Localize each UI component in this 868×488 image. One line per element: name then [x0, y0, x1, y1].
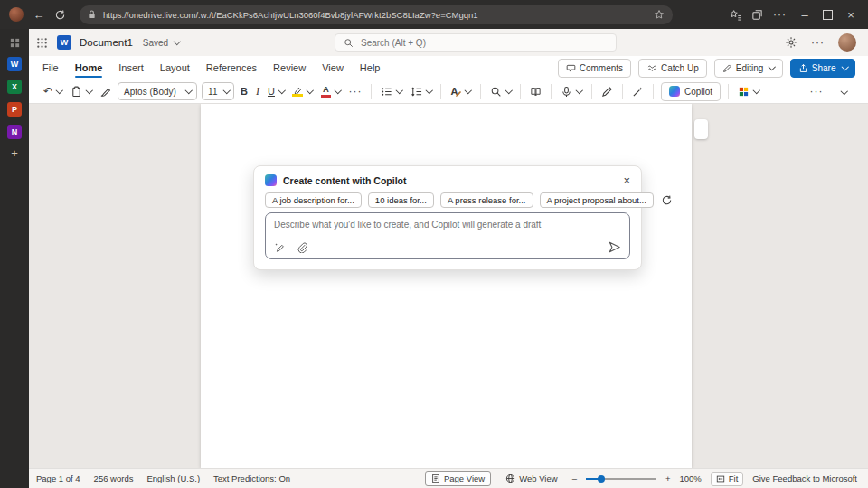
- user-avatar[interactable]: [838, 33, 856, 52]
- minimize-button[interactable]: –: [797, 9, 813, 21]
- menu-review[interactable]: Review: [265, 56, 314, 80]
- document-title[interactable]: Document1: [80, 37, 133, 48]
- divider: [520, 84, 521, 99]
- chevron-down-icon: [396, 87, 403, 94]
- collapsed-comment-card[interactable]: [694, 119, 708, 139]
- save-status[interactable]: Saved: [143, 38, 180, 48]
- rewrite-button[interactable]: [630, 81, 646, 101]
- chip-project-proposal[interactable]: A project proposal about...: [540, 192, 654, 208]
- chip-job-description[interactable]: A job description for...: [265, 192, 362, 208]
- menu-insert[interactable]: Insert: [110, 56, 152, 80]
- search-field[interactable]: [359, 37, 608, 49]
- bullets-button[interactable]: [379, 81, 404, 101]
- document-page[interactable]: [201, 104, 692, 468]
- copilot-button[interactable]: Copilot: [661, 82, 721, 101]
- add-ins-grid-icon: [738, 86, 750, 98]
- add-app-button[interactable]: +: [11, 147, 18, 159]
- immersive-reader-button[interactable]: [528, 81, 543, 101]
- back-icon[interactable]: ←: [31, 9, 47, 21]
- italic-button[interactable]: I: [254, 81, 261, 101]
- catch-up-button[interactable]: Catch Up: [638, 59, 707, 78]
- zoom-level[interactable]: 100%: [679, 474, 701, 483]
- chip-press-release[interactable]: A press release for...: [440, 192, 533, 208]
- url-input[interactable]: [101, 9, 648, 21]
- font-size-select[interactable]: 11: [202, 82, 234, 100]
- rail-onenote-icon[interactable]: N: [7, 125, 22, 139]
- underline-button[interactable]: U: [266, 81, 286, 101]
- maximize-button[interactable]: [823, 10, 833, 20]
- close-button[interactable]: ×: [843, 9, 859, 21]
- page-count[interactable]: Page 1 of 4: [36, 474, 80, 483]
- collections-icon[interactable]: [751, 9, 763, 21]
- comments-button[interactable]: Comments: [558, 59, 631, 78]
- chevron-down-icon: [278, 87, 286, 94]
- paste-button[interactable]: [69, 81, 94, 101]
- word-logo-icon[interactable]: W: [57, 35, 71, 50]
- search-input[interactable]: [335, 33, 617, 52]
- page-view-button[interactable]: Page View: [425, 471, 491, 486]
- word-count[interactable]: 256 words: [94, 474, 134, 483]
- zoom-in-button[interactable]: +: [665, 474, 671, 483]
- line-spacing-button[interactable]: [409, 81, 434, 101]
- refresh-icon[interactable]: [54, 9, 71, 21]
- undo-button[interactable]: ↶: [42, 81, 64, 101]
- page-view-icon: [431, 474, 440, 483]
- styles-button[interactable]: A: [448, 81, 472, 101]
- rail-powerpoint-icon[interactable]: P: [7, 102, 22, 117]
- zoom-slider[interactable]: [586, 474, 656, 483]
- waffle-icon[interactable]: [36, 37, 48, 49]
- font-more-options-icon[interactable]: ···: [346, 81, 363, 101]
- share-button[interactable]: Share: [790, 59, 855, 78]
- format-painter-button[interactable]: [98, 81, 113, 101]
- menu-home[interactable]: Home: [67, 56, 111, 80]
- language-indicator[interactable]: English (U.S.): [146, 474, 200, 483]
- editing-mode-button[interactable]: Editing: [714, 59, 783, 78]
- header-more-icon[interactable]: ···: [811, 37, 825, 48]
- font-color-button[interactable]: A: [319, 81, 343, 101]
- chip-ideas[interactable]: 10 ideas for...: [368, 192, 434, 208]
- dictate-button[interactable]: [559, 81, 584, 101]
- menu-help[interactable]: Help: [352, 56, 389, 80]
- copilot-prompt-input[interactable]: [274, 220, 621, 239]
- feedback-link[interactable]: Give Feedback to Microsoft: [752, 474, 857, 483]
- menu-references[interactable]: References: [198, 56, 265, 80]
- divider: [480, 84, 481, 99]
- paperclip-icon[interactable]: [297, 242, 307, 253]
- menu-layout[interactable]: Layout: [152, 56, 198, 80]
- menu-file[interactable]: File: [34, 56, 67, 80]
- chevron-down-icon: [753, 87, 760, 94]
- pen-sparkle-icon[interactable]: [274, 242, 285, 253]
- prompt-toolbar: [274, 242, 307, 253]
- favorites-icon[interactable]: [730, 9, 741, 21]
- send-icon[interactable]: [608, 240, 621, 254]
- favorite-star-icon[interactable]: [654, 9, 665, 20]
- browser-titlebar: ← ··· – ×: [0, 0, 868, 29]
- text-predictions-toggle[interactable]: Text Predictions: On: [213, 474, 290, 483]
- find-button[interactable]: [488, 81, 514, 101]
- font-name-select[interactable]: Aptos (Body): [118, 82, 197, 100]
- editor-button[interactable]: [599, 81, 615, 101]
- close-icon[interactable]: ×: [623, 174, 630, 186]
- microphone-icon: [561, 86, 572, 98]
- rail-excel-icon[interactable]: X: [7, 80, 22, 94]
- menu-view[interactable]: View: [314, 56, 352, 80]
- gear-icon[interactable]: [785, 36, 797, 49]
- fit-button[interactable]: Fit: [711, 472, 744, 486]
- browser-more-icon[interactable]: ···: [773, 9, 787, 20]
- bold-button[interactable]: B: [239, 81, 250, 101]
- rail-word-icon[interactable]: W: [7, 57, 22, 71]
- refresh-suggestions-icon[interactable]: [661, 194, 673, 206]
- browser-profile-avatar[interactable]: [9, 7, 24, 22]
- highlight-color-button[interactable]: [290, 81, 315, 101]
- slider-thumb[interactable]: [598, 475, 605, 483]
- address-bar[interactable]: [80, 5, 673, 24]
- web-view-button[interactable]: Web View: [500, 471, 562, 486]
- chevron-down-icon: [184, 87, 192, 94]
- ribbon-more-icon[interactable]: ···: [810, 86, 824, 97]
- add-ins-button[interactable]: [736, 81, 761, 101]
- zoom-out-button[interactable]: –: [572, 474, 577, 483]
- editing-label: Editing: [736, 63, 764, 73]
- apps-icon[interactable]: [9, 37, 21, 49]
- collapse-ribbon-icon[interactable]: [840, 88, 847, 95]
- copilot-prompt-box[interactable]: [265, 212, 630, 259]
